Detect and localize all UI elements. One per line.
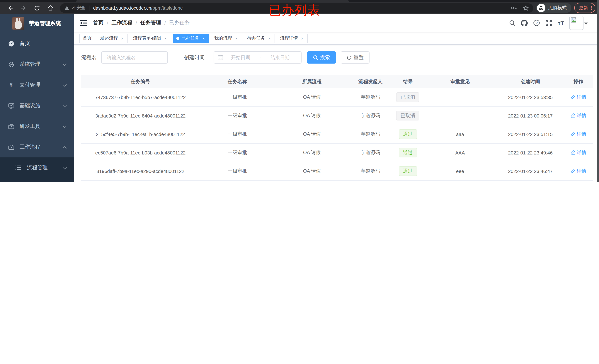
close-icon[interactable]: × xyxy=(201,36,206,40)
detail-link[interactable]: 详情 xyxy=(571,131,586,137)
end-date-placeholder[interactable]: 结束日期 xyxy=(263,54,298,61)
tab-home[interactable]: 首页 xyxy=(79,34,95,43)
toolbox-icon xyxy=(8,123,14,130)
cell-comment: EEEE xyxy=(423,180,497,182)
help-icon[interactable]: ? xyxy=(533,20,540,26)
monitor-chart-icon xyxy=(8,103,14,109)
tab-todo-tasks[interactable]: 待办任务× xyxy=(244,34,275,43)
font-size-icon[interactable]: тT xyxy=(558,20,564,26)
screen: 不安全 dashboard.yudao.iocoder.cn /bpm/task… xyxy=(0,0,599,182)
close-icon[interactable]: × xyxy=(120,36,124,40)
app-logo xyxy=(12,17,24,30)
result-badge: 已取消 xyxy=(396,92,419,102)
sidebar-item-label: 流程管理 xyxy=(27,164,48,171)
cell-actions: 详情 xyxy=(564,88,593,107)
result-badge: 通过 xyxy=(398,129,417,139)
bookmark-star-icon[interactable] xyxy=(523,5,529,11)
detail-link[interactable]: 详情 xyxy=(571,94,586,100)
sidebar-item-process-mgmt[interactable]: 流程管理 xyxy=(0,157,74,178)
sidebar-item-home[interactable]: 首页 xyxy=(0,33,74,54)
cell-create-time: 2022-01-22 23:46:04 xyxy=(497,180,564,182)
sidebar-item-dev-tools[interactable]: 研发工具 xyxy=(0,116,74,137)
browser-menu-icon[interactable] xyxy=(591,6,592,10)
sidebar-item-infrastructure[interactable]: 基础设施 xyxy=(0,95,74,116)
logo-row: 芋道管理系统 xyxy=(0,14,74,33)
tab-process-detail[interactable]: 流程详情× xyxy=(277,34,308,43)
detail-link[interactable]: 详情 xyxy=(571,149,586,156)
breadcrumb-home[interactable]: 首页 xyxy=(93,20,104,26)
incognito-label: 无痕模式 xyxy=(548,5,567,11)
col-actions: 操作 xyxy=(564,75,593,88)
cell-result: 已取消 xyxy=(392,88,423,107)
col-task-name: 任务名称 xyxy=(200,75,275,88)
cell-task-name: 一级审批 xyxy=(200,125,275,143)
close-icon[interactable]: × xyxy=(163,36,168,40)
active-dot xyxy=(176,37,179,40)
avatar[interactable] xyxy=(569,16,583,30)
breadcrumb: 首页 / 工作流程 / 任务管理 / 已办任务 xyxy=(93,20,190,26)
home-button[interactable] xyxy=(45,3,55,13)
sidebar-toggle-icon[interactable] xyxy=(80,19,87,27)
cell-comment xyxy=(423,88,497,107)
cell-comment: aaa xyxy=(423,125,497,143)
start-date-placeholder[interactable]: 开始日期 xyxy=(223,54,258,61)
edit-pencil-icon xyxy=(571,169,575,174)
cell-task-id: 8196daff-7b9a-11ec-a290-acde48001122 xyxy=(81,162,200,180)
sidebar-item-label: 首页 xyxy=(20,40,30,47)
fullscreen-icon[interactable] xyxy=(546,20,552,26)
sidebar: 芋道管理系统 首页 系统管理 ¥ 支付管理 xyxy=(0,14,74,182)
tab-my-process[interactable]: 我的流程× xyxy=(211,34,242,43)
process-name-input[interactable] xyxy=(107,55,162,60)
tab-start-process[interactable]: 发起流程× xyxy=(97,34,128,43)
breadcrumb-task-mgmt[interactable]: 任务管理 xyxy=(141,20,161,26)
cell-task-id: 215cf4e5-7b9b-11ec-9a1b-acde48001122 xyxy=(81,125,200,143)
cell-process: OA 请假 xyxy=(275,107,348,125)
edit-pencil-icon xyxy=(571,113,575,118)
cell-create-time: 2022-01-22 23:46:47 xyxy=(497,162,564,180)
back-button[interactable] xyxy=(6,3,15,13)
cell-starter: 芋道源码 xyxy=(348,88,392,107)
search-button[interactable]: 搜索 xyxy=(307,51,336,63)
briefcase-icon xyxy=(8,144,14,150)
tab-form-edit[interactable]: 流程表单-编辑× xyxy=(130,34,171,43)
app: 芋道管理系统 首页 系统管理 ¥ 支付管理 xyxy=(0,14,599,182)
update-button[interactable]: 更新 xyxy=(574,3,595,13)
navbar-actions: ? тT xyxy=(509,16,593,30)
cell-starter: 芋道源码 xyxy=(348,162,392,180)
main-area: 首页 / 工作流程 / 任务管理 / 已办任务 ? xyxy=(74,14,599,182)
detail-link[interactable]: 详情 xyxy=(571,112,586,119)
close-icon[interactable]: × xyxy=(267,36,272,40)
done-task-table: 任务编号 任务名称 所属流程 流程发起人 结果 审批意见 创建时间 操作 xyxy=(81,75,593,182)
window-scrollbar[interactable] xyxy=(597,0,599,182)
github-icon[interactable] xyxy=(521,20,528,26)
url-host: dashboard.yudao.iocoder.cn xyxy=(93,5,151,10)
sidebar-item-system[interactable]: 系统管理 xyxy=(0,54,74,75)
cell-result: 通过 xyxy=(392,162,423,180)
close-icon[interactable]: × xyxy=(234,36,239,40)
sidebar-item-workflow[interactable]: 工作流程 xyxy=(0,137,74,157)
avatar-caret-icon[interactable] xyxy=(584,20,588,26)
result-badge: 通过 xyxy=(398,148,417,157)
table-row: 67c534a2-7b9a-11ec-a290-acde48001122 一级审… xyxy=(81,180,593,182)
sidebar-item-label: 支付管理 xyxy=(20,82,40,88)
cell-actions: 详情 xyxy=(564,125,593,143)
table-row: ec507ae6-7b9a-11ec-b03b-acde48001122 一级审… xyxy=(81,143,593,162)
cell-comment: AAA xyxy=(423,143,497,162)
table-row: 74736737-7b9b-11ec-b5b7-acde48001122 一级审… xyxy=(81,88,593,107)
search-icon[interactable] xyxy=(509,20,516,26)
reset-button[interactable]: 重置 xyxy=(341,51,370,63)
tab-done-tasks[interactable]: 已办任务× xyxy=(173,34,209,43)
breadcrumb-workflow[interactable]: 工作流程 xyxy=(112,20,132,26)
password-key-icon[interactable] xyxy=(511,5,517,11)
reload-button[interactable] xyxy=(32,3,42,13)
sidebar-item-task-mgmt[interactable]: 任务管理 xyxy=(0,178,74,182)
date-range-picker[interactable]: 开始日期 - 结束日期 xyxy=(214,51,301,63)
cell-create-time: 2022-01-23 00:06:17 xyxy=(497,107,564,125)
close-icon[interactable]: × xyxy=(300,36,305,40)
detail-link[interactable]: 详情 xyxy=(571,168,586,174)
forward-button[interactable] xyxy=(19,3,28,13)
cell-process: OA 请假 xyxy=(275,143,348,162)
sidebar-item-payment[interactable]: ¥ 支付管理 xyxy=(0,75,74,95)
dashboard-icon xyxy=(8,40,14,47)
calendar-icon xyxy=(218,55,223,60)
